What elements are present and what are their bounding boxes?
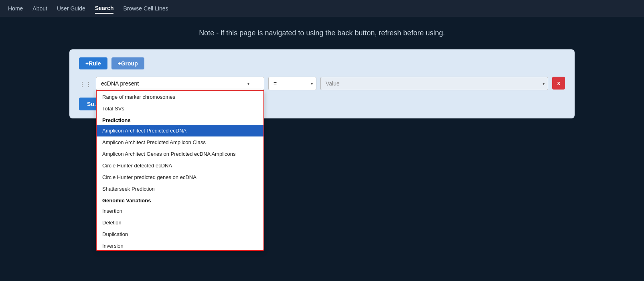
add-rule-button[interactable]: +Rule <box>79 57 107 69</box>
chevron-down-icon: ▾ <box>247 81 249 86</box>
nav-search[interactable]: Search <box>95 3 114 14</box>
main-nav: Home About User Guide Search Browse Cell… <box>0 0 644 17</box>
operator-wrapper: = != > < <box>268 77 316 90</box>
operator-select[interactable]: = != > < <box>268 77 316 90</box>
nav-home[interactable]: Home <box>8 4 23 13</box>
qb-toolbar: +Rule +Group <box>79 57 565 69</box>
nav-about[interactable]: About <box>32 4 47 13</box>
add-group-button[interactable]: +Group <box>111 57 144 69</box>
dropdown-item[interactable]: Total SVs <box>97 103 263 114</box>
nav-browse-cell-lines[interactable]: Browse Cell Lines <box>123 4 168 13</box>
dropdown-item[interactable]: Inversion <box>97 240 263 251</box>
field-select-value: ecDNA present <box>101 80 139 87</box>
dropdown-item[interactable]: Circle Hunter predicted genes on ecDNA <box>97 171 263 183</box>
page-content: Note - if this page is navigated to usin… <box>0 17 644 130</box>
delete-rule-button[interactable]: x <box>552 77 565 90</box>
dropdown-item[interactable]: Deletion <box>97 217 263 228</box>
dropdown-item[interactable]: Amplicon Architect Predicted ecDNA <box>97 125 263 136</box>
drag-handle-icon[interactable]: ⋮⋮ <box>79 77 92 88</box>
dropdown-item[interactable]: Amplicon Architect Genes on Predicted ec… <box>97 148 263 160</box>
value-select-wrapper: Value <box>320 77 548 90</box>
field-select-display[interactable]: ecDNA present ▾ <box>96 77 264 90</box>
dropdown-group-header: Predictions <box>97 114 263 125</box>
page-note: Note - if this page is navigated to usin… <box>16 29 628 37</box>
dropdown-item[interactable]: Shatterseek Prediction <box>97 183 263 195</box>
dropdown-item[interactable]: Amplicon Architect Predicted Amplicon Cl… <box>97 136 263 148</box>
dropdown-item[interactable]: Circle Hunter detected ecDNA <box>97 160 263 171</box>
dropdown-item[interactable]: Insertion <box>97 205 263 217</box>
value-select[interactable]: Value <box>320 77 548 90</box>
field-select-wrapper: ecDNA present ▾ Range of marker chromoso… <box>96 77 264 90</box>
field-dropdown[interactable]: Range of marker chromosomesTotal SVsPred… <box>96 90 264 251</box>
dropdown-item[interactable]: Range of marker chromosomes <box>97 91 263 103</box>
nav-user-guide[interactable]: User Guide <box>57 4 85 13</box>
rule-row: ⋮⋮ ecDNA present ▾ Range of marker chrom… <box>79 77 565 90</box>
dropdown-group-header: Genomic Variations <box>97 195 263 205</box>
dropdown-item[interactable]: Duplication <box>97 228 263 240</box>
query-builder: +Rule +Group ⋮⋮ ecDNA present ▾ Range of… <box>69 49 575 118</box>
